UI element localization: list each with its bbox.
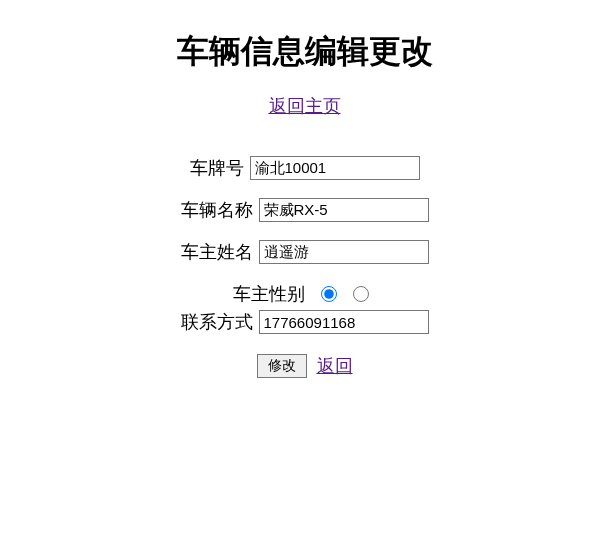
plate-input[interactable] xyxy=(250,156,420,180)
plate-label: 车牌号 xyxy=(190,156,244,180)
page-title: 车辆信息编辑更改 xyxy=(0,30,609,74)
vehicle-name-label: 车辆名称 xyxy=(181,198,253,222)
contact-input[interactable] xyxy=(259,310,429,334)
submit-button[interactable]: 修改 xyxy=(257,354,307,378)
owner-name-label: 车主姓名 xyxy=(181,240,253,264)
contact-label: 联系方式 xyxy=(181,310,253,334)
owner-name-input[interactable] xyxy=(259,240,429,264)
vehicle-name-input[interactable] xyxy=(259,198,429,222)
gender-radio-2[interactable] xyxy=(353,286,369,302)
gender-radio-1[interactable] xyxy=(321,286,337,302)
home-link[interactable]: 返回主页 xyxy=(269,94,341,118)
gender-label: 车主性别 xyxy=(233,282,305,306)
back-link[interactable]: 返回 xyxy=(317,354,353,378)
